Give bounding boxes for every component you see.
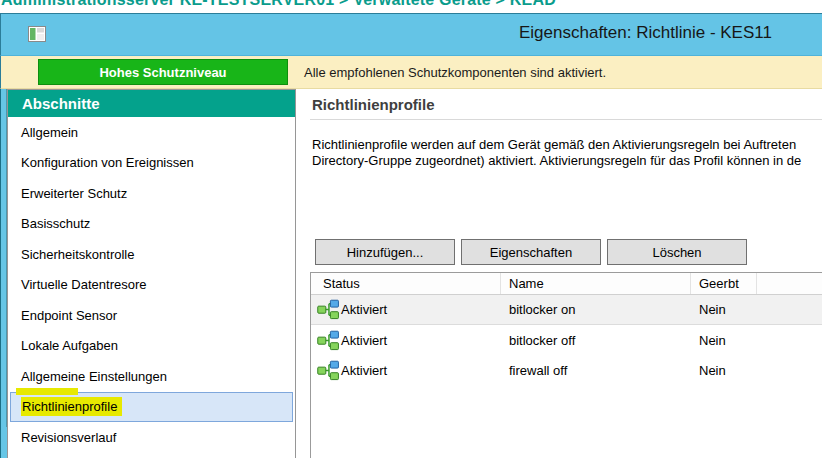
delete-button[interactable]: Löschen bbox=[607, 239, 747, 265]
profile-inherited-cell: Nein bbox=[691, 333, 757, 348]
sidebar-item-erweiterter-schutz[interactable]: Erweiterter Schutz bbox=[10, 178, 293, 209]
protection-level-badge[interactable]: Hohes Schutzniveau bbox=[38, 59, 288, 85]
description-line: Richtlinienprofile werden auf dem Gerät … bbox=[312, 137, 801, 153]
sidebar-item-richtlinienprofile[interactable]: Richtlinienprofile bbox=[10, 392, 293, 423]
column-header-spacer bbox=[757, 273, 822, 294]
dialog-left-frame bbox=[0, 89, 7, 458]
sidebar-item-allgemein[interactable]: Allgemein bbox=[10, 117, 293, 148]
profile-inherited-cell: Nein bbox=[691, 302, 757, 317]
profile-status-label: Aktiviert bbox=[341, 363, 387, 378]
policy-profile-icon bbox=[317, 299, 339, 320]
sidebar-item-label: Sicherheitskontrolle bbox=[21, 247, 134, 262]
table-row[interactable]: Aktiviert firewall off Nein bbox=[311, 355, 822, 385]
column-header-geerbt[interactable]: Geerbt bbox=[691, 273, 757, 294]
table-row[interactable]: Aktiviert bitlocker on Nein bbox=[311, 295, 822, 325]
profile-status-cell: Aktiviert bbox=[311, 360, 501, 381]
profile-status-cell: Aktiviert bbox=[311, 299, 501, 320]
policy-profile-icon bbox=[317, 330, 339, 351]
sidebar-item-label: Allgemein bbox=[21, 125, 78, 140]
sidebar-item-revisionsverlauf[interactable]: Revisionsverlauf bbox=[10, 422, 293, 453]
sidebar-item-lokale-aufgaben[interactable]: Lokale Aufgaben bbox=[10, 331, 293, 362]
table-header: Status Name Geerbt bbox=[311, 273, 822, 295]
profile-inherited-cell: Nein bbox=[691, 363, 757, 378]
table-row[interactable]: Aktiviert bitlocker off Nein bbox=[311, 325, 822, 355]
sidebar-item-label: Richtlinienprofile bbox=[21, 397, 122, 416]
properties-button[interactable]: Eigenschaften bbox=[461, 239, 601, 265]
sidebar-title: Abschnitte bbox=[8, 90, 295, 117]
profile-status-label: Aktiviert bbox=[341, 333, 387, 348]
sidebar-item-label: Virtuelle Datentresore bbox=[21, 277, 147, 292]
sidebar-item-label: Lokale Aufgaben bbox=[21, 338, 118, 353]
breadcrumb[interactable]: Administrationsserver KE-TESTSERVER01 > … bbox=[0, 0, 822, 13]
sidebar-item-basisschutz[interactable]: Basisschutz bbox=[10, 209, 293, 240]
sidebar-item-endpoint-sensor[interactable]: Endpoint Sensor bbox=[10, 300, 293, 331]
panel-description: Richtlinienprofile werden auf dem Gerät … bbox=[312, 137, 801, 169]
sections-sidebar: Abschnitte Allgemein Konfiguration von E… bbox=[7, 89, 296, 458]
add-button[interactable]: Hinzufügen... bbox=[315, 239, 455, 265]
dialog-title: Eigenschaften: Richtlinie - KES11 bbox=[519, 23, 772, 43]
dialog-titlebar[interactable]: Eigenschaften: Richtlinie - KES11 bbox=[0, 14, 822, 56]
column-header-status[interactable]: Status bbox=[311, 273, 501, 294]
profile-status-label: Aktiviert bbox=[341, 302, 387, 317]
description-line: Directory-Gruppe zugeordnet) aktiviert. … bbox=[312, 153, 801, 169]
policy-profiles-panel: Richtlinienprofile Richtlinienprofile we… bbox=[310, 89, 822, 458]
window-icon[interactable] bbox=[28, 26, 46, 42]
profiles-table: Status Name Geerbt bbox=[310, 272, 822, 458]
protection-status-message: Alle empfohlenen Schutzkomponenten sind … bbox=[304, 56, 606, 82]
screen: Administrationsserver KE-TESTSERVER01 > … bbox=[0, 0, 822, 458]
panel-title: Richtlinienprofile bbox=[312, 96, 435, 113]
column-header-name[interactable]: Name bbox=[501, 273, 691, 294]
policy-profile-icon bbox=[317, 360, 339, 381]
sidebar-item-label: Revisionsverlauf bbox=[21, 430, 116, 445]
panel-divider bbox=[310, 119, 822, 120]
profile-toolbar: Hinzufügen... Eigenschaften Löschen bbox=[315, 239, 747, 265]
sidebar-item-label: Erweiterter Schutz bbox=[21, 186, 127, 201]
sidebar-item-label: Endpoint Sensor bbox=[21, 308, 117, 323]
sidebar-list: Allgemein Konfiguration von Ereignissen … bbox=[8, 117, 295, 453]
sidebar-item-label: Allgemeine Einstellungen bbox=[21, 369, 167, 384]
dialog-content: Abschnitte Allgemein Konfiguration von E… bbox=[0, 89, 822, 458]
breadcrumb-text[interactable]: Administrationsserver KE-TESTSERVER01 > … bbox=[1, 0, 556, 9]
sidebar-item-virtuelle-datentresore[interactable]: Virtuelle Datentresore bbox=[10, 270, 293, 301]
profile-name-cell: bitlocker on bbox=[501, 302, 691, 317]
sidebar-item-konfiguration-von-ereignissen[interactable]: Konfiguration von Ereignissen bbox=[10, 148, 293, 179]
profile-name-cell: firewall off bbox=[501, 363, 691, 378]
sidebar-item-label: Konfiguration von Ereignissen bbox=[21, 155, 194, 170]
policy-properties-dialog: Eigenschaften: Richtlinie - KES11 Hohes … bbox=[0, 13, 822, 458]
sidebar-item-label: Basisschutz bbox=[21, 216, 90, 231]
profile-name-cell: bitlocker off bbox=[501, 333, 691, 348]
sidebar-item-sicherheitskontrolle[interactable]: Sicherheitskontrolle bbox=[10, 239, 293, 270]
highlight-marker bbox=[16, 388, 78, 395]
protection-status-banner: Hohes Schutzniveau Alle empfohlenen Schu… bbox=[0, 56, 822, 89]
profile-status-cell: Aktiviert bbox=[311, 330, 501, 351]
